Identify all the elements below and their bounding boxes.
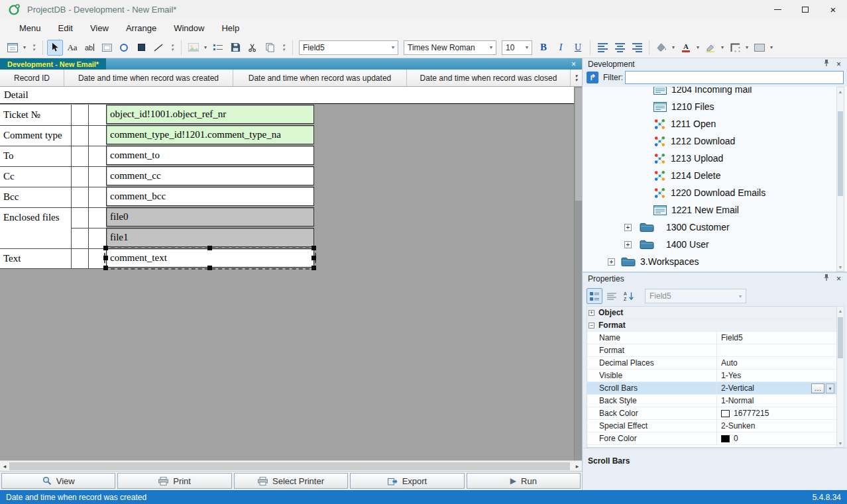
property-object-combo[interactable]: Field5 ▾	[645, 289, 746, 303]
selection-handle[interactable]	[311, 266, 316, 270]
expand-icon[interactable]: +	[624, 224, 632, 231]
pin-icon[interactable]	[822, 59, 830, 69]
property-row-format[interactable]: Format	[587, 344, 836, 357]
checkbox-tool[interactable]	[133, 40, 149, 56]
designer-label-to[interactable]: To	[0, 146, 106, 166]
view-button[interactable]: View	[1, 473, 115, 489]
menu-item-arrange[interactable]: Arrange	[117, 19, 165, 37]
chevron-down-icon[interactable]: ▾	[719, 44, 726, 50]
tree-item-1212-download[interactable]: 1212 Download	[583, 132, 847, 150]
design-vertical-scrollbar[interactable]	[574, 87, 582, 460]
property-row-back-style[interactable]: Back Style 1-Normal	[587, 395, 836, 407]
column-header-created[interactable]: Date and time when record was created	[64, 70, 233, 86]
tab-close-icon[interactable]: ×	[565, 58, 582, 70]
export-button[interactable]: Export	[350, 473, 464, 489]
textbox-tool[interactable]: ab	[82, 40, 97, 56]
field-comment-text-selected[interactable]: comment_text	[106, 248, 314, 268]
line-style-button[interactable]	[752, 40, 767, 56]
menu-item-view[interactable]: View	[82, 19, 117, 37]
property-row-visible[interactable]: Visible 1-Yes	[587, 370, 836, 382]
scroll-left-icon[interactable]: ◂	[0, 461, 9, 471]
scroll-up-icon[interactable]: ▲	[837, 87, 844, 95]
selection-handle[interactable]	[207, 266, 212, 270]
categorized-view-button[interactable]	[587, 288, 602, 304]
filter-go-button[interactable]: ↱	[587, 72, 598, 83]
tree-scrollbar[interactable]: ▲ ▼	[836, 87, 844, 272]
chevron-down-icon[interactable]: ▾	[670, 44, 677, 50]
designer-label-bcc[interactable]: Bcc	[0, 187, 106, 207]
scroll-right-icon[interactable]: ▸	[573, 461, 582, 471]
tree-item-1221-new-email[interactable]: 1221 New Email	[583, 201, 847, 219]
font-family-combo[interactable]: Times New Roman ▾	[404, 40, 496, 55]
run-button[interactable]: ▶ Run	[467, 473, 581, 489]
toolbar-overflow-icon[interactable]: ▾▾	[168, 44, 176, 52]
highlight-color-button[interactable]	[703, 40, 718, 56]
designer-label-comment-type[interactable]: Comment type	[0, 125, 106, 146]
chevron-down-icon[interactable]: ▾	[202, 44, 209, 50]
align-left-button[interactable]	[594, 40, 610, 56]
collapse-icon[interactable]: −	[589, 323, 594, 328]
field-object-ref[interactable]: object_id!1001.object_ref_nr	[106, 105, 314, 124]
tree-item-1220-download-emails[interactable]: 1220 Download Emails	[583, 184, 847, 201]
cut-button[interactable]	[245, 40, 260, 56]
property-row-name[interactable]: Name Field5	[587, 332, 836, 344]
selection-handle[interactable]	[103, 256, 108, 260]
menu-item-window[interactable]: Window	[165, 19, 213, 37]
column-overflow-icon[interactable]: ▾▾	[571, 70, 582, 86]
designer-label-ticket[interactable]: Ticket №	[0, 105, 106, 125]
property-row-decimal-places[interactable]: Decimal Places Auto	[587, 357, 836, 370]
bold-button[interactable]: B	[536, 40, 551, 56]
list-button[interactable]	[210, 40, 226, 56]
field-selector-combo[interactable]: Field5 ▾	[299, 40, 398, 55]
italic-button[interactable]: I	[553, 40, 569, 56]
scroll-down-icon[interactable]: ▼	[837, 263, 844, 271]
pointer-tool[interactable]	[47, 40, 63, 56]
sort-az-icon[interactable]: AZ	[621, 288, 637, 304]
filter-input[interactable]	[625, 71, 844, 84]
tree-item-1204-incoming-mail[interactable]: 1204 Incoming mail	[583, 87, 847, 98]
property-category-object[interactable]: + Object	[587, 307, 836, 319]
expand-icon[interactable]: +	[589, 310, 594, 316]
select-printer-button[interactable]: Select Printer	[234, 473, 348, 489]
tree-item-1213-upload[interactable]: 1213 Upload	[583, 150, 847, 167]
border-button[interactable]	[727, 40, 743, 56]
copy-button[interactable]	[262, 40, 278, 56]
expand-icon[interactable]: +	[624, 241, 632, 248]
selection-handle[interactable]	[103, 246, 108, 250]
selection-handle[interactable]	[207, 246, 212, 250]
pin-icon[interactable]	[822, 274, 830, 283]
toolbar-overflow-icon[interactable]: ▾▾	[280, 44, 288, 52]
scrollbar-thumb[interactable]	[838, 317, 843, 358]
property-row-special-effect[interactable]: Special Effect 2-Sunken	[587, 420, 836, 432]
close-icon[interactable]: ×	[836, 60, 841, 69]
picture-button[interactable]	[186, 40, 201, 56]
field-file1[interactable]: file1	[106, 228, 314, 247]
scroll-up-icon[interactable]: ▲	[837, 307, 844, 315]
tab-development-new-email[interactable]: Development - New Email*	[0, 58, 106, 70]
column-header-updated[interactable]: Date and time when record was updated	[233, 70, 407, 86]
designer-label-text[interactable]: Text	[0, 248, 106, 269]
field-comment-to[interactable]: comment_to	[106, 146, 314, 165]
tree-item-workspaces[interactable]: + 3.Workspaces	[583, 253, 847, 270]
scrollbar-thumb[interactable]	[838, 111, 843, 196]
detail-band-canvas[interactable]: Ticket № Comment type To Cc Bcc Enclosed…	[0, 105, 574, 460]
option-button-tool[interactable]	[116, 40, 132, 56]
menu-item-menu[interactable]: Menu	[11, 19, 50, 37]
selection-handle[interactable]	[311, 246, 316, 250]
expand-icon[interactable]: +	[608, 258, 615, 266]
designer-label-enclosed-files[interactable]: Enclosed files	[0, 207, 106, 228]
fill-color-button[interactable]	[653, 40, 669, 56]
scrollbar-thumb[interactable]	[575, 88, 582, 201]
design-surface[interactable]: Detail Ticket № Comment type To Cc Bcc E…	[0, 87, 582, 460]
chevron-down-icon[interactable]: ▾	[744, 44, 750, 50]
chevron-down-icon[interactable]: ▾	[768, 44, 775, 50]
property-row-scroll-bars[interactable]: Scroll Bars 2-Vertical … ▾	[587, 382, 836, 395]
minimize-button[interactable]	[763, 0, 791, 19]
column-header-record-id[interactable]: Record ID	[0, 70, 64, 86]
property-grid-scrollbar[interactable]: ▲ ▼	[836, 306, 844, 448]
chevron-down-icon[interactable]: ▾	[695, 44, 701, 50]
toolbar-overflow-icon[interactable]: ▾▾	[30, 44, 38, 52]
underline-button[interactable]: U	[570, 40, 586, 56]
scrollbar-thumb[interactable]	[9, 462, 570, 470]
align-right-button[interactable]	[629, 40, 645, 56]
